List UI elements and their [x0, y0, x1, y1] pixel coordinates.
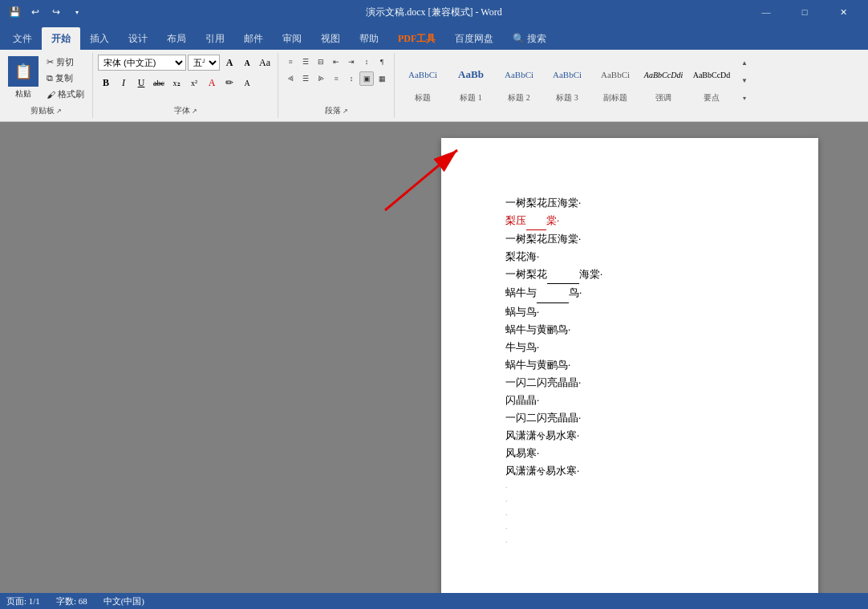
doc-line-dot4: ·	[505, 522, 770, 535]
text-effect-button[interactable]: A	[239, 75, 255, 91]
font-name-select[interactable]: 宋体 (中文正)	[98, 55, 186, 71]
left-panel	[0, 122, 441, 593]
font-expand-icon[interactable]: ↗	[192, 108, 197, 115]
redo-icon[interactable]: ↪	[48, 4, 64, 20]
undo-icon[interactable]: ↩	[27, 4, 43, 20]
window-controls[interactable]: — □ ✕	[748, 0, 862, 24]
paragraph-expand-icon[interactable]: ↗	[343, 108, 348, 115]
clipboard-small-buttons: ✂ 剪切 ⧉ 复制 🖌 格式刷	[43, 55, 87, 102]
cut-button[interactable]: ✂ 剪切	[43, 55, 87, 70]
align-center-button[interactable]: ☰	[298, 71, 313, 86]
decrease-indent-button[interactable]: ⇤	[329, 55, 343, 69]
doc-line-7: 蜗与鸟·	[505, 303, 770, 321]
minimize-button[interactable]: —	[748, 0, 785, 24]
doc-line-dot3: ·	[505, 508, 770, 522]
doc-line-9: 牛与鸟·	[505, 339, 770, 356]
doc-line-5: 一树梨花 海棠·	[505, 266, 770, 284]
style-heading3[interactable]: AaBbCi 标题 3	[544, 55, 590, 105]
tab-review[interactable]: 审阅	[273, 27, 311, 50]
font-group-label[interactable]: 字体 ↗	[98, 105, 273, 116]
bullets-button[interactable]: ≡	[283, 55, 298, 69]
highlight-button[interactable]: ✏	[221, 75, 237, 91]
styles-scroll-down[interactable]: ▼	[738, 71, 751, 89]
styles-scroll: AaBbCi 标题 AaBb 标题 1 AaBbCi 标题 2 AaBbCi 标…	[400, 55, 735, 105]
format-painter-button[interactable]: 🖌 格式刷	[43, 87, 87, 102]
style-emphasis2[interactable]: AaBbCcDd 要点	[688, 55, 735, 105]
document-area: 一树梨花压海棠· 梨压 棠· 一树梨花压海棠· 梨花海· 一树梨花 海棠· 蜗牛…	[0, 122, 868, 593]
copy-button[interactable]: ⧉ 复制	[43, 71, 87, 86]
tab-design[interactable]: 设计	[119, 27, 157, 50]
paste-button[interactable]: 📋 粘贴	[5, 55, 42, 101]
subscript-button[interactable]: x₂	[168, 75, 185, 91]
paragraph-group-label[interactable]: 段落 ↗	[283, 105, 389, 116]
style-heading1[interactable]: AaBb 标题 1	[448, 55, 494, 105]
ribbon: 文件 开始 插入 设计 布局 引用 邮件 审阅 视图 帮助 PDF工具 百度网盘…	[0, 24, 868, 122]
save-icon[interactable]: 💾	[6, 4, 22, 20]
numbering-button[interactable]: ☰	[298, 55, 313, 69]
bold-button[interactable]: B	[98, 75, 114, 91]
style-emphasis[interactable]: AaBbCcDdi 强调	[640, 55, 687, 105]
style-heading3-preview: AaBbCi	[553, 57, 582, 92]
tab-insert[interactable]: 插入	[80, 27, 119, 50]
tab-file[interactable]: 文件	[3, 27, 42, 50]
styles-expand[interactable]: ▾	[738, 89, 751, 106]
window-title: 演示文稿.docx [兼容模式] - Word	[366, 6, 501, 19]
doc-line-2: 梨压 棠·	[505, 212, 770, 230]
paragraph-row1: ≡ ☰ ⊟ ⇤ ⇥ ↕ ¶	[283, 55, 389, 69]
align-left-button[interactable]: ⫷	[283, 71, 298, 86]
superscript-button[interactable]: x²	[186, 75, 202, 91]
underline-button[interactable]: U	[133, 75, 149, 91]
font-grow-button[interactable]: A	[221, 55, 237, 71]
doc-line-8: 蜗牛与黄鹂鸟·	[505, 321, 770, 339]
justify-button[interactable]: ≡	[329, 71, 343, 86]
styles-scroll-up[interactable]: ▲	[738, 55, 751, 71]
italic-button[interactable]: I	[116, 75, 132, 91]
font-size-select[interactable]: 五号	[188, 55, 220, 71]
font-shrink-button[interactable]: A	[239, 55, 255, 71]
multilevel-button[interactable]: ⊟	[314, 55, 328, 69]
styles-group-label	[400, 108, 863, 116]
tab-help[interactable]: 帮助	[350, 27, 388, 50]
shading-button[interactable]: ▣	[359, 71, 374, 86]
quick-access-toolbar[interactable]: 💾 ↩ ↪ ▾	[6, 4, 85, 20]
ribbon-content: 📋 粘贴 ✂ 剪切 ⧉ 复制 🖌 格式刷	[0, 50, 868, 122]
styles-scroll-arrows[interactable]: ▲ ▼ ▾	[736, 55, 752, 106]
clear-format-button[interactable]: Aa	[257, 55, 273, 71]
copy-icon: ⧉	[47, 73, 53, 83]
style-subtitle[interactable]: AaBbCi 副标题	[592, 55, 639, 105]
tab-search[interactable]: 🔍 搜索	[503, 27, 556, 50]
doc-line-16: 风潇潇兮易水寒·	[505, 462, 770, 480]
format-painter-label: 格式刷	[58, 88, 84, 100]
font-color-button[interactable]: A	[204, 75, 220, 91]
style-emphasis2-name: 要点	[704, 92, 720, 104]
increase-indent-button[interactable]: ⇥	[344, 55, 359, 69]
language: 中文(中国)	[103, 595, 144, 607]
restore-button[interactable]: □	[786, 0, 823, 24]
style-heading2[interactable]: AaBbCi 标题 2	[496, 55, 542, 105]
tab-home[interactable]: 开始	[42, 27, 80, 50]
align-right-button[interactable]: ⫸	[314, 71, 328, 86]
clipboard-expand-icon[interactable]: ↗	[56, 108, 62, 115]
strikethrough-button[interactable]: abc	[151, 75, 167, 91]
tab-layout[interactable]: 布局	[157, 27, 196, 50]
borders-button[interactable]: ▦	[375, 71, 389, 86]
style-default[interactable]: AaBbCi 标题	[400, 55, 446, 105]
tab-pdftool[interactable]: PDF工具	[388, 27, 445, 50]
title-bar: 💾 ↩ ↪ ▾ 演示文稿.docx [兼容模式] - Word — □ ✕	[0, 0, 868, 24]
doc-line-13: 一闪二闪亮晶晶·	[505, 409, 770, 427]
clipboard-label[interactable]: 剪贴板 ↗	[5, 105, 87, 116]
tab-mailings[interactable]: 邮件	[234, 27, 273, 50]
tab-references[interactable]: 引用	[196, 27, 234, 50]
document-page[interactable]: 一树梨花压海棠· 梨压 棠· 一树梨花压海棠· 梨花海· 一树梨花 海棠· 蜗牛…	[441, 138, 818, 593]
tab-baiduyun[interactable]: 百度网盘	[445, 27, 503, 50]
style-heading2-preview: AaBbCi	[505, 57, 533, 92]
cursor-area	[505, 178, 770, 194]
tab-view[interactable]: 视图	[311, 27, 350, 50]
doc-line-4: 梨花海·	[505, 248, 770, 266]
line-spacing-button[interactable]: ↕	[344, 71, 359, 86]
close-button[interactable]: ✕	[825, 0, 862, 24]
sort-button[interactable]: ↕	[359, 55, 374, 69]
qa-dropdown-icon[interactable]: ▾	[69, 4, 85, 20]
tab-bar: 文件 开始 插入 设计 布局 引用 邮件 审阅 视图 帮助 PDF工具 百度网盘…	[0, 24, 868, 50]
show-marks-button[interactable]: ¶	[375, 55, 389, 69]
